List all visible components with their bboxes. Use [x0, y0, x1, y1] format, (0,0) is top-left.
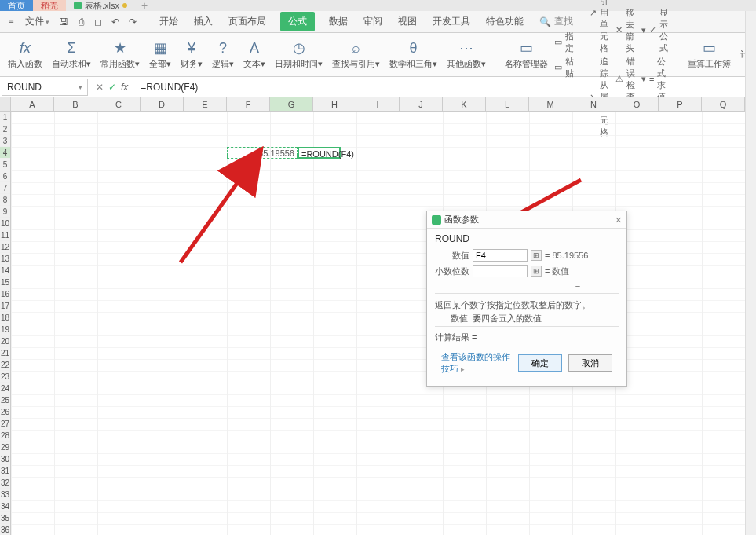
- row-header[interactable]: 9: [0, 206, 10, 218]
- row-header[interactable]: 17: [0, 300, 10, 312]
- row-header[interactable]: 4: [0, 147, 10, 159]
- row-header[interactable]: 33: [0, 489, 10, 500]
- col-header[interactable]: A: [11, 97, 54, 111]
- row-header[interactable]: 26: [0, 406, 10, 418]
- row-header[interactable]: 24: [0, 383, 10, 394]
- col-header[interactable]: F: [227, 97, 270, 111]
- col-header[interactable]: K: [443, 97, 486, 111]
- row-header[interactable]: 11: [0, 229, 10, 241]
- ribbon-logic[interactable]: ?逻辑▾: [209, 39, 237, 70]
- undo-icon[interactable]: ↶: [108, 14, 123, 30]
- row-header[interactable]: 23: [0, 371, 10, 383]
- vertical-scrollbar[interactable]: [745, 11, 756, 535]
- col-header[interactable]: H: [313, 97, 356, 111]
- col-header[interactable]: N: [572, 97, 615, 111]
- col-header[interactable]: J: [400, 97, 443, 111]
- cell-f4[interactable]: 85.19556: [227, 147, 298, 159]
- tab-home[interactable]: 首页: [0, 0, 33, 11]
- ribbon-recalc[interactable]: ▭重算工作簿: [685, 39, 734, 70]
- ribbon-math[interactable]: θ数学和三角▾: [386, 39, 440, 70]
- row-header[interactable]: 29: [0, 442, 10, 453]
- col-header[interactable]: B: [54, 97, 97, 111]
- cancel-button[interactable]: 取消: [568, 354, 612, 372]
- tab-data[interactable]: 数据: [327, 12, 349, 31]
- ribbon-finance[interactable]: ¥财务▾: [177, 39, 206, 70]
- ribbon-insert-function[interactable]: fx插入函数: [5, 39, 46, 70]
- row-header[interactable]: 7: [0, 182, 10, 194]
- row-header[interactable]: 16: [0, 288, 10, 300]
- ribbon-remove-arrows[interactable]: ✕移去箭头▾: [615, 7, 646, 54]
- tab-insert[interactable]: 插入: [192, 12, 214, 31]
- accept-formula-button[interactable]: ✓: [108, 82, 116, 93]
- ribbon-datetime[interactable]: ◷日期和时间▾: [272, 39, 326, 70]
- row-header[interactable]: 36: [0, 524, 10, 535]
- cancel-formula-button[interactable]: ✕: [96, 82, 104, 93]
- ribbon-all[interactable]: ▦全部▾: [146, 39, 174, 70]
- row-header[interactable]: 30: [0, 453, 10, 465]
- search-box[interactable]: 🔍 查找: [539, 15, 573, 28]
- ribbon-lookup[interactable]: ⌕查找与引用▾: [329, 39, 383, 70]
- tab-start[interactable]: 开始: [158, 12, 180, 31]
- row-header[interactable]: 6: [0, 170, 10, 182]
- row-header[interactable]: 2: [0, 123, 10, 135]
- ribbon-paste[interactable]: ▭粘贴: [554, 56, 577, 79]
- tab-dev[interactable]: 开发工具: [431, 12, 472, 31]
- row-header[interactable]: 10: [0, 218, 10, 229]
- row-header[interactable]: 32: [0, 477, 10, 489]
- ribbon-error-check[interactable]: ⚠错误检查▾: [615, 56, 646, 103]
- tab-review[interactable]: 审阅: [362, 12, 384, 31]
- range-picker-button[interactable]: ⊞: [531, 250, 542, 261]
- ribbon-common[interactable]: ★常用函数▾: [97, 39, 143, 70]
- ribbon-show-formula[interactable]: ✓显示公式: [649, 7, 672, 54]
- range-picker-button[interactable]: ⊞: [531, 266, 542, 277]
- file-menu[interactable]: 文件▾: [20, 15, 54, 28]
- spreadsheet-grid[interactable]: A B C D E F G H I J K L M N O P Q 123456…: [0, 97, 756, 535]
- dialog-titlebar[interactable]: 函数参数 ×: [427, 211, 626, 229]
- print-icon[interactable]: ⎙: [73, 14, 89, 30]
- row-header[interactable]: 1: [0, 112, 10, 123]
- redo-icon[interactable]: ↷: [125, 14, 141, 30]
- row-header[interactable]: 19: [0, 324, 10, 335]
- ok-button[interactable]: 确定: [518, 354, 562, 372]
- row-header[interactable]: 12: [0, 241, 10, 253]
- cell-g4-active[interactable]: =ROUND(F4): [298, 147, 341, 159]
- row-header[interactable]: 22: [0, 359, 10, 371]
- tab-special[interactable]: 特色功能: [484, 12, 525, 31]
- row-header[interactable]: 5: [0, 159, 10, 170]
- col-header[interactable]: M: [529, 97, 572, 111]
- col-header[interactable]: E: [184, 97, 227, 111]
- save-icon[interactable]: 🖫: [56, 14, 71, 30]
- col-header[interactable]: Q: [702, 97, 745, 111]
- tab-layout[interactable]: 页面布局: [227, 12, 268, 31]
- row-header[interactable]: 25: [0, 394, 10, 406]
- cells-area[interactable]: 85.19556 =ROUND(F4): [11, 112, 756, 535]
- row-header[interactable]: 14: [0, 265, 10, 277]
- row-header[interactable]: 15: [0, 277, 10, 288]
- ribbon-trace-precedents[interactable]: ↗追踪引用单元格: [590, 0, 612, 54]
- tab-dao[interactable]: 稻壳: [33, 0, 66, 11]
- menu-icon[interactable]: ≡: [3, 14, 19, 30]
- close-button[interactable]: ×: [615, 214, 622, 226]
- row-header[interactable]: 21: [0, 347, 10, 359]
- tab-formula[interactable]: 公式: [280, 12, 315, 31]
- row-header[interactable]: 35: [0, 512, 10, 524]
- new-tab-button[interactable]: +: [135, 0, 154, 12]
- col-header[interactable]: P: [659, 97, 702, 111]
- row-header[interactable]: 8: [0, 194, 10, 206]
- row-header[interactable]: 18: [0, 312, 10, 324]
- param-number-input[interactable]: [473, 249, 528, 262]
- col-header[interactable]: D: [141, 97, 184, 111]
- ribbon-define[interactable]: ▭指定: [554, 31, 577, 54]
- ribbon-name-manager[interactable]: ▭名称管理器: [502, 39, 551, 70]
- tab-view[interactable]: 视图: [396, 12, 418, 31]
- preview-icon[interactable]: ◻: [90, 14, 106, 30]
- col-header[interactable]: L: [486, 97, 529, 111]
- row-header[interactable]: 3: [0, 135, 10, 147]
- help-link[interactable]: 查看该函数的操作技巧: [441, 352, 510, 373]
- ribbon-other[interactable]: ⋯其他函数▾: [444, 39, 489, 70]
- ribbon-eval-formula[interactable]: =公式求值: [649, 56, 672, 103]
- row-header[interactable]: 31: [0, 465, 10, 477]
- ribbon-autosum[interactable]: Σ自动求和▾: [49, 39, 94, 70]
- row-header[interactable]: 34: [0, 500, 10, 512]
- row-header[interactable]: 13: [0, 253, 10, 265]
